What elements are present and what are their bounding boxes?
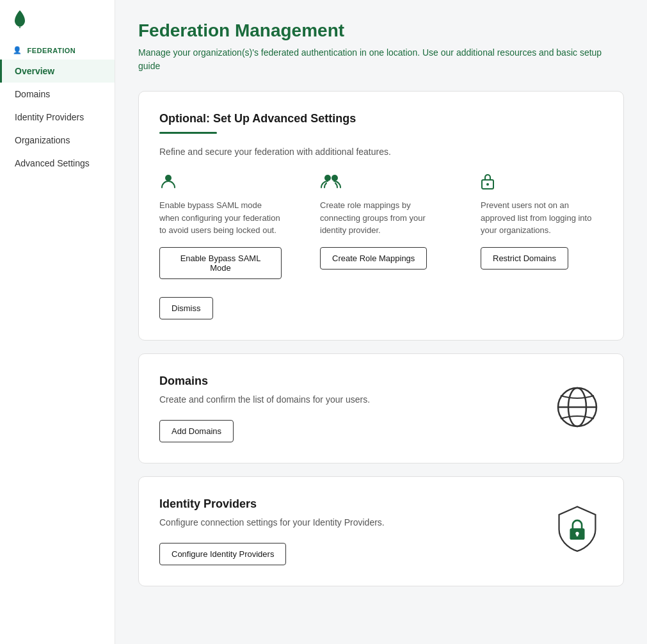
group-icon bbox=[320, 172, 342, 190]
sidebar-item-organizations[interactable]: Organizations bbox=[0, 129, 115, 152]
sidebar-item-advanced-settings[interactable]: Advanced Settings bbox=[0, 152, 115, 175]
role-mappings-icon bbox=[320, 172, 442, 193]
sidebar-item-identity-providers[interactable]: Identity Providers bbox=[0, 106, 115, 129]
feature-role-mappings: Create role mappings by connecting group… bbox=[320, 172, 442, 279]
bypass-saml-icon bbox=[159, 172, 282, 193]
person-icon bbox=[159, 172, 177, 190]
svg-point-2 bbox=[331, 175, 338, 181]
dismiss-button[interactable]: Dismiss bbox=[159, 297, 213, 319]
create-role-mappings-button[interactable]: Create Role Mappings bbox=[320, 247, 427, 270]
title-underline bbox=[159, 132, 217, 134]
role-mappings-text: Create role mappings by connecting group… bbox=[320, 199, 442, 237]
feature-restrict-domains: Prevent users not on an approved list fr… bbox=[481, 172, 603, 279]
sidebar: 👤 FEDERATION Overview Domains Identity P… bbox=[0, 0, 115, 644]
domains-card: Domains Create and confirm the list of d… bbox=[138, 353, 624, 463]
restrict-domains-text: Prevent users not on an approved list fr… bbox=[481, 199, 603, 237]
lock-icon bbox=[481, 172, 495, 190]
federation-person-icon: 👤 bbox=[13, 46, 22, 54]
svg-point-1 bbox=[324, 175, 331, 181]
shield-icon-area bbox=[552, 504, 603, 558]
page-title: Federation Management bbox=[138, 20, 624, 41]
app-logo bbox=[0, 0, 115, 38]
globe-icon-area bbox=[552, 382, 603, 435]
svg-point-4 bbox=[486, 183, 489, 186]
dismiss-row: Dismiss bbox=[159, 297, 603, 319]
features-row: Enable bypass SAML mode when configuring… bbox=[159, 172, 603, 279]
identity-providers-card-content: Identity Providers Configure connection … bbox=[159, 497, 603, 565]
domains-card-left: Domains Create and confirm the list of d… bbox=[159, 374, 539, 442]
sidebar-item-overview[interactable]: Overview bbox=[0, 60, 115, 83]
mongodb-logo-icon bbox=[13, 10, 27, 28]
restrict-domains-button[interactable]: Restrict Domains bbox=[481, 247, 568, 270]
main-content: Federation Management Manage your organi… bbox=[115, 0, 647, 644]
domains-card-content: Domains Create and confirm the list of d… bbox=[159, 374, 603, 442]
sidebar-item-domains[interactable]: Domains bbox=[0, 83, 115, 106]
domains-title: Domains bbox=[159, 374, 539, 388]
identity-providers-card-left: Identity Providers Configure connection … bbox=[159, 497, 539, 565]
enable-bypass-saml-button[interactable]: Enable Bypass SAML Mode bbox=[159, 247, 282, 279]
svg-point-0 bbox=[165, 175, 172, 181]
restrict-domains-icon bbox=[481, 172, 603, 193]
identity-providers-description: Configure connection settings for your I… bbox=[159, 517, 539, 527]
add-domains-button[interactable]: Add Domains bbox=[159, 420, 234, 442]
feature-bypass-saml: Enable bypass SAML mode when configuring… bbox=[159, 172, 282, 279]
configure-identity-providers-button[interactable]: Configure Identity Providers bbox=[159, 543, 286, 565]
advanced-settings-title: Optional: Set Up Advanced Settings bbox=[159, 112, 603, 125]
svg-rect-10 bbox=[577, 533, 579, 536]
page-subtitle: Manage your organization(s)'s federated … bbox=[138, 46, 624, 73]
sidebar-section-label: 👤 FEDERATION bbox=[0, 38, 115, 60]
advanced-settings-card: Optional: Set Up Advanced Settings Refin… bbox=[138, 91, 624, 341]
shield-lock-icon bbox=[552, 504, 603, 556]
sidebar-nav: Overview Domains Identity Providers Orga… bbox=[0, 60, 115, 175]
identity-providers-card: Identity Providers Configure connection … bbox=[138, 476, 624, 586]
advanced-settings-description: Refine and secure your federation with a… bbox=[159, 147, 603, 157]
identity-providers-title: Identity Providers bbox=[159, 497, 539, 511]
domains-description: Create and confirm the list of domains f… bbox=[159, 394, 539, 405]
globe-icon bbox=[552, 382, 603, 433]
bypass-saml-text: Enable bypass SAML mode when configuring… bbox=[159, 199, 282, 237]
